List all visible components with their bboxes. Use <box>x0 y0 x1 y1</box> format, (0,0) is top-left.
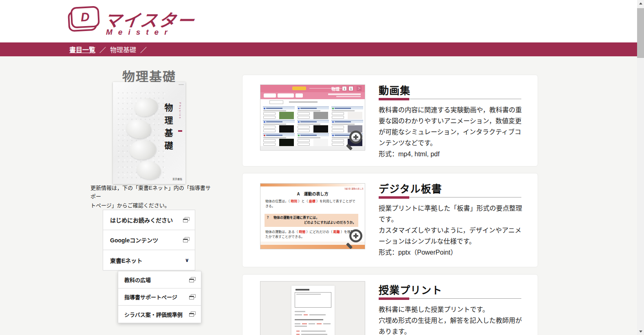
menu-item-readme[interactable]: はじめにお読みください <box>103 210 195 230</box>
slide-question-box: ？ 物体の運動を正確に表すには，どのようにすればよいのだろうか。 <box>265 214 358 227</box>
worksheet-page <box>291 286 335 335</box>
external-window-icon <box>183 237 190 242</box>
external-window-icon <box>189 294 196 300</box>
thumb-video-item <box>331 120 363 133</box>
card-video-collection: 物理 1 1 ＞ 動画集 教科書の内容に関連する実験動画や，教科書の重要な図のわ… <box>242 75 538 166</box>
scroll-up-button[interactable] <box>637 0 644 7</box>
external-window-icon <box>189 277 196 282</box>
logo-d-letter: D <box>80 10 90 24</box>
scrollbar-thumb[interactable] <box>637 8 644 58</box>
submenu-item-shidousho-support[interactable]: 指導書サポートページ <box>118 288 201 306</box>
menu-item-google-contents[interactable]: Googleコンテンツ <box>103 230 195 250</box>
thumb-video-item <box>263 106 295 119</box>
breadcrumb: 書目一覧 ／ 物理基礎 ／ <box>0 42 637 56</box>
cover-title: 物理基礎 <box>162 103 174 154</box>
submenu-item-syllabus[interactable]: シラバス案・評価規準例 <box>118 306 201 323</box>
thumb-video-item <box>331 106 363 119</box>
thumb-next-arrow: ＞ <box>357 86 362 91</box>
page-header: D マイスター Meister <box>0 0 637 42</box>
title-underline <box>379 98 521 100</box>
card-description: 授業プリントに準拠した「板書」形式の要点整理です。 カスタマイズしやすいように，… <box>379 203 522 258</box>
card-description: 教科書に準拠した授業プリントです。 穴埋め形式の生徒用と，解答を記入した教師用が… <box>379 304 522 335</box>
thumb-video-item <box>297 133 329 146</box>
thumb-video-item <box>297 106 329 119</box>
breadcrumb-link-booklist[interactable]: 書目一覧 <box>69 44 95 54</box>
cover-publisher: 東京書籍 <box>172 177 182 181</box>
cover-subtitle: Physics <box>179 102 181 120</box>
card-description: 教科書の内容に関連する実験動画や，教科書の重要な図のわかりやすいアニメーション，… <box>379 104 522 160</box>
card-title: 授業プリント <box>379 282 442 297</box>
slide-corner-note: 1編1章 運動の表し方 <box>344 187 364 190</box>
card-lesson-prints: 授業プリント 教科書に準拠した授業プリントです。 穴埋め形式の生徒用と，解答を記… <box>242 274 538 335</box>
thumb-video-grid <box>260 106 365 146</box>
thumb-pink-header: 物理 1 1 ＞ <box>260 85 365 92</box>
update-info-note: 更新情報は，下の「東書Eネット」内の「指導書サポー トページ」からご確認ください… <box>90 184 213 210</box>
chevron-down-icon: ∨ <box>185 257 189 263</box>
card-title: デジタル板書 <box>379 181 442 195</box>
title-underline <box>379 297 521 300</box>
external-window-icon <box>183 217 190 222</box>
title-underline <box>379 196 521 199</box>
breadcrumb-current: 物理基礎 <box>110 44 136 54</box>
logo-d-box-icon: D <box>69 6 101 33</box>
logo-roman: Meister <box>106 28 173 37</box>
card-digital-bansho: 1編1章 運動の表し方 A 運動の表し方 物体の位置は，（ 時刻 ）と（ 座標 … <box>242 173 538 267</box>
meister-logo[interactable]: D マイスター Meister <box>69 4 200 40</box>
textbook-cover-image: ▪▪▪▪▪▪▪ 物理基礎 Physics 東京書籍 <box>113 82 185 184</box>
menu-item-tosho-enet[interactable]: 東書Eネット ∨ <box>103 250 195 270</box>
submenu-item-kyouka-hiroba[interactable]: 教科の広場 <box>118 271 201 288</box>
card-title: 動画集 <box>379 82 410 97</box>
breadcrumb-separator: ／ <box>99 44 106 54</box>
breadcrumb-separator-2: ／ <box>140 44 147 54</box>
lesson-prints-thumbnail[interactable] <box>260 281 365 335</box>
digital-bansho-thumbnail[interactable]: 1編1章 運動の表し方 A 運動の表し方 物体の位置は，（ 時刻 ）と（ 座標 … <box>260 183 365 249</box>
external-window-icon <box>189 311 196 317</box>
video-collection-thumbnail[interactable]: 物理 1 1 ＞ <box>260 84 365 151</box>
vertical-scrollbar[interactable] <box>637 0 644 335</box>
sidebar-submenu: 教科の広場 指導書サポートページ シラバス案・評価規準例 <box>118 271 201 323</box>
sidebar-menu: はじめにお読みください Googleコンテンツ 東書Eネット ∨ <box>103 210 195 271</box>
thumb-video-item <box>263 120 295 133</box>
thumb-video-item <box>263 133 295 146</box>
slide-title: A 運動の表し方 <box>260 191 365 197</box>
thumb-video-item <box>331 133 363 146</box>
scroll-down-button[interactable] <box>637 328 644 335</box>
thumb-subject-label: 物理 <box>331 86 340 92</box>
thumb-video-item <box>297 120 329 133</box>
